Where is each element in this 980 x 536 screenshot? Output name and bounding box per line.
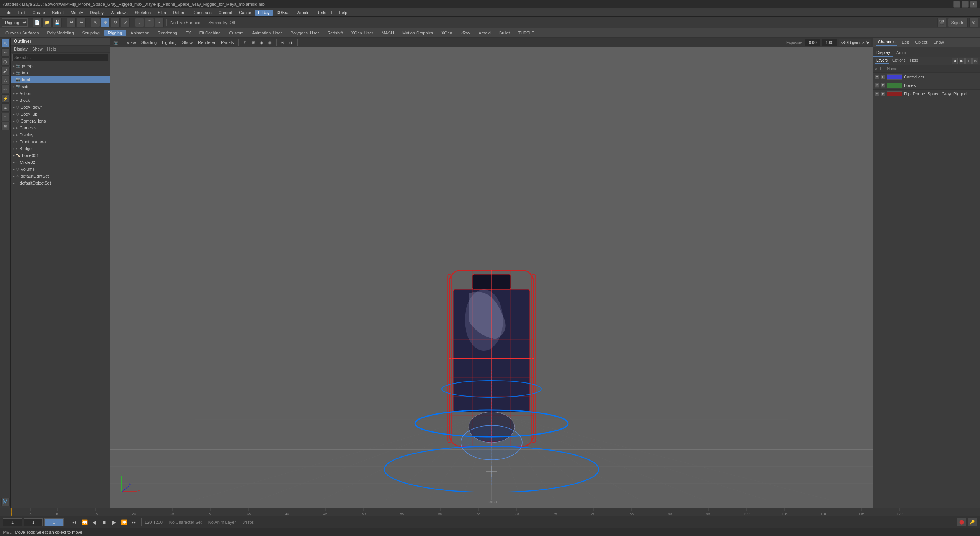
- layer-phone[interactable]: V P Flip_Phone_Space_Gray_Rigged: [873, 90, 980, 98]
- sculpt-tool-btn[interactable]: △: [1, 76, 10, 84]
- render-btn[interactable]: 🎬: [937, 18, 946, 27]
- module-xgen[interactable]: XGen: [438, 30, 456, 36]
- layer-p-bones[interactable]: P: [881, 83, 885, 88]
- minimize-button[interactable]: −: [953, 1, 960, 8]
- tab-show[interactable]: Show: [932, 39, 946, 45]
- extra2-tool-btn[interactable]: ⊞: [1, 122, 10, 130]
- vp-menu-lighting[interactable]: Lighting: [160, 39, 179, 46]
- key-btn[interactable]: 🔑: [968, 518, 977, 527]
- menu-modify[interactable]: Modify: [67, 10, 86, 16]
- tab-edit[interactable]: Edit: [900, 39, 910, 45]
- menu-skeleton[interactable]: Skeleton: [131, 10, 154, 16]
- vp-xray-icon[interactable]: ◎: [266, 39, 274, 46]
- module-fx[interactable]: FX: [182, 30, 195, 36]
- outliner-item-item17[interactable]: ▸ ☀ defaultLightSet: [11, 173, 110, 180]
- menu-help[interactable]: Help: [336, 10, 351, 16]
- gamma-input[interactable]: [822, 39, 837, 46]
- sub-tab-display[interactable]: Display: [873, 49, 893, 57]
- options-tab[interactable]: Options: [891, 58, 907, 64]
- current-frame-input[interactable]: [24, 518, 43, 526]
- vp-menu-shading[interactable]: Shading: [139, 39, 159, 46]
- vp-smooth-icon[interactable]: ◉: [258, 39, 266, 46]
- play-btn[interactable]: ▶: [110, 518, 118, 526]
- viewport-scene[interactable]: X Y Z persp: [110, 47, 873, 508]
- outliner-item-item16[interactable]: ▸ ⬡ Volume: [11, 166, 110, 173]
- save-button[interactable]: 💾: [52, 18, 62, 27]
- step-fwd-btn[interactable]: ⏩: [120, 518, 128, 526]
- snap-grid[interactable]: #: [135, 18, 144, 27]
- select-tool[interactable]: ↖: [91, 18, 100, 27]
- menu-create[interactable]: Create: [29, 10, 48, 16]
- layer-p-phone[interactable]: P: [881, 92, 885, 96]
- menu-constrain[interactable]: Constrain: [191, 10, 215, 16]
- layers-tab[interactable]: Layers: [875, 58, 889, 64]
- extra-tool-btn[interactable]: ≡: [1, 113, 10, 121]
- module-fitcaching[interactable]: Fit Caching: [196, 30, 225, 36]
- module-custom[interactable]: Custom: [225, 30, 247, 36]
- outliner-item-item2[interactable]: ▸ 📷 top: [11, 69, 110, 76]
- paint-tool-btn[interactable]: ✏: [1, 48, 10, 57]
- vp-shadow-icon[interactable]: ◑: [287, 39, 295, 46]
- maximize-button[interactable]: □: [962, 1, 969, 8]
- lasso-tool-btn[interactable]: ⬡: [1, 57, 10, 66]
- outliner-item-item4[interactable]: ▸ 📷 side: [11, 83, 110, 90]
- open-button[interactable]: 📁: [42, 18, 52, 27]
- outliner-item-item11[interactable]: ▸ ▸ Display: [11, 131, 110, 138]
- vp-menu-renderer[interactable]: Renderer: [196, 39, 218, 46]
- sign-in-btn[interactable]: Sign In: [948, 18, 968, 27]
- snap-curve[interactable]: ⌒: [145, 18, 154, 27]
- settings-btn[interactable]: ⚙: [969, 18, 978, 27]
- move-tool[interactable]: ✥: [101, 18, 110, 27]
- vp-camera-btn[interactable]: 📷: [112, 39, 119, 46]
- module-turtle[interactable]: TURTLE: [514, 30, 539, 36]
- vp-light-icon[interactable]: ☀: [279, 39, 287, 46]
- outliner-item-item13[interactable]: ▸ ▸ Bridge: [11, 145, 110, 152]
- outliner-item-item8[interactable]: ▸ ⬡ Body_up: [11, 111, 110, 118]
- layer-back-btn[interactable]: ◀: [952, 58, 958, 64]
- menu-file[interactable]: File: [2, 10, 15, 16]
- module-xgen-user[interactable]: XGen_User: [348, 30, 377, 36]
- layer-v-phone[interactable]: V: [875, 92, 879, 96]
- module-rigging[interactable]: Rigging: [104, 30, 126, 36]
- select-tool-btn[interactable]: ↖: [1, 39, 10, 47]
- tab-object[interactable]: Object: [913, 39, 929, 45]
- module-motion[interactable]: Motion Graphics: [399, 30, 437, 36]
- outliner-display[interactable]: Display: [12, 46, 29, 52]
- module-animation[interactable]: Animation: [127, 30, 153, 36]
- layer-back2-btn[interactable]: ◁: [965, 58, 972, 64]
- outliner-item-item18[interactable]: ▸ □ defaultObjectSet: [11, 180, 110, 186]
- menu-control[interactable]: Control: [216, 10, 235, 16]
- outliner-search-input[interactable]: [12, 54, 108, 61]
- layer-controllers[interactable]: V P Controllers: [873, 73, 980, 81]
- play-back-btn[interactable]: ◀: [90, 518, 98, 526]
- module-anim-user[interactable]: Animation_User: [248, 30, 286, 36]
- menu-arnold[interactable]: Arnold: [294, 10, 313, 16]
- menu-edit[interactable]: Edit: [15, 10, 29, 16]
- new-button[interactable]: 📄: [33, 18, 42, 27]
- module-rendering[interactable]: Rendering: [154, 30, 181, 36]
- module-mash[interactable]: MASH: [378, 30, 398, 36]
- outliner-show[interactable]: Show: [31, 46, 44, 52]
- vp-menu-view[interactable]: View: [124, 39, 138, 46]
- outliner-item-item12[interactable]: ▸ ▸ Front_camera: [11, 138, 110, 145]
- layer-forward-btn[interactable]: ▶: [959, 58, 965, 64]
- outliner-item-item3[interactable]: ▸ 📷 front: [11, 76, 110, 83]
- outliner-item-item10[interactable]: ▸ ▸ Cameras: [11, 124, 110, 131]
- menu-display[interactable]: Display: [87, 10, 107, 16]
- outliner-item-item5[interactable]: ▾ ▸ Action: [11, 90, 110, 97]
- scale-tool[interactable]: ⤢: [121, 18, 130, 27]
- menu-eray[interactable]: E-Ray: [255, 10, 273, 16]
- snap-point[interactable]: •: [155, 18, 164, 27]
- outliner-item-item9[interactable]: ▸ ⬡ Camera_lens: [11, 118, 110, 124]
- brush-tool-btn[interactable]: 🖌: [1, 67, 10, 75]
- rotate-tool[interactable]: ↻: [111, 18, 120, 27]
- outliner-item-item1[interactable]: ▸ 📷 persp: [11, 62, 110, 69]
- stop-btn[interactable]: ■: [100, 518, 108, 526]
- menu-select[interactable]: Select: [49, 10, 67, 16]
- menu-skin[interactable]: Skin: [155, 10, 169, 16]
- menu-deform[interactable]: Deform: [170, 10, 190, 16]
- menu-cache[interactable]: Cache: [236, 10, 254, 16]
- undo-button[interactable]: ↩: [67, 18, 76, 27]
- module-poly-user[interactable]: Polygons_User: [287, 30, 323, 36]
- vp-wireframe-icon[interactable]: ⊞: [250, 39, 257, 46]
